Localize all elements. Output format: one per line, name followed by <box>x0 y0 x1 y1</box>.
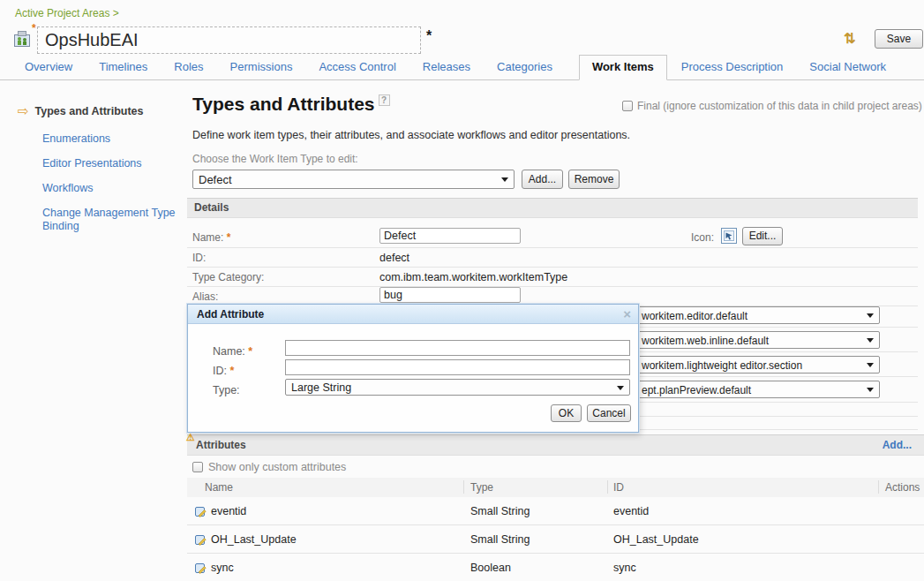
column-header-name: Name <box>205 481 233 494</box>
tab-releases[interactable]: Releases <box>423 60 470 79</box>
refresh-icon[interactable]: ⇅ <box>844 30 855 47</box>
work-item-type-icon <box>721 228 737 244</box>
id-value: defect <box>379 252 409 264</box>
icon-label: Icon: <box>691 231 714 244</box>
unsaved-changes-marker: * <box>426 28 432 44</box>
type-chooser-label: Choose the Work Item Type to edit: <box>192 153 358 165</box>
tab-timelines[interactable]: Timelines <box>99 60 147 79</box>
help-icon[interactable]: ? <box>379 94 390 106</box>
attribute-id-input[interactable] <box>285 359 630 375</box>
work-item-type-select[interactable]: Defect <box>192 170 515 189</box>
attribute-icon <box>195 505 207 521</box>
required-marker: * <box>32 22 36 34</box>
final-option: Final (ignore customization of this data… <box>622 100 922 112</box>
chevron-down-icon <box>867 313 874 318</box>
tab-overview[interactable]: Overview <box>25 60 72 79</box>
final-label: Final (ignore customization of this data… <box>637 100 922 112</box>
breadcrumb[interactable]: Active Project Areas > <box>15 7 119 19</box>
tab-roles[interactable]: Roles <box>174 60 203 79</box>
attribute-icon <box>195 533 207 549</box>
row-divider <box>187 247 918 248</box>
project-area-icon <box>12 29 32 49</box>
column-header-actions: Actions <box>885 481 920 494</box>
current-section-arrow-icon: ⇨ <box>18 105 29 117</box>
alias-input[interactable] <box>379 287 521 303</box>
chevron-down-icon <box>867 363 874 367</box>
final-checkbox[interactable] <box>622 101 633 111</box>
alias-label: Alias: <box>192 290 218 305</box>
page-title: Types and Attributes? <box>192 94 390 115</box>
details-section-header: Details <box>187 198 918 218</box>
attributes-table-header: Name Type ID Actions <box>187 478 924 497</box>
add-attribute-dialog: Add Attribute × Name: * ID: * Type: Larg… <box>187 304 639 433</box>
chevron-down-icon <box>501 177 508 182</box>
tab-permissions[interactable]: Permissions <box>230 60 293 79</box>
sidebar-item-workflows[interactable]: Workflows <box>42 182 177 195</box>
id-label: ID: <box>192 252 206 264</box>
tab-categories[interactable]: Categories <box>497 60 552 79</box>
dialog-type-label: Type: <box>213 384 240 396</box>
sidebar-active-label: Types and Attributes <box>35 105 144 117</box>
chevron-down-icon <box>867 338 874 343</box>
attribute-icon <box>195 562 207 577</box>
type-name-input[interactable] <box>379 228 521 244</box>
tab-process-description[interactable]: Process Description <box>681 60 784 79</box>
column-header-id: ID <box>613 481 624 494</box>
table-row[interactable]: OH_Last_Update Small String OH_Last_Upda… <box>187 525 924 554</box>
column-divider <box>878 480 879 494</box>
sidebar-item-enumerations[interactable]: Enumerations <box>42 132 177 146</box>
column-divider <box>463 480 464 494</box>
show-custom-attributes-checkbox[interactable] <box>192 462 203 472</box>
cancel-button[interactable]: Cancel <box>587 404 631 422</box>
sidebar-item-change-management-type-binding[interactable]: Change Management Type Binding <box>42 207 177 233</box>
save-button[interactable]: Save <box>875 29 923 49</box>
column-header-type: Type <box>470 481 493 494</box>
sidebar-item-types-and-attributes[interactable]: ⇨ Types and Attributes <box>18 105 144 117</box>
table-row[interactable]: eventid Small String eventid <box>187 497 924 525</box>
sidebar-item-editor-presentations[interactable]: Editor Presentations <box>42 157 177 170</box>
project-name-input[interactable] <box>37 26 421 54</box>
attribute-type-select[interactable]: Large String <box>285 379 630 396</box>
dialog-name-label: Name: * <box>213 345 252 358</box>
close-icon[interactable]: × <box>623 305 631 324</box>
chevron-down-icon <box>867 388 874 392</box>
tab-bar: Overview Timelines Roles Permissions Acc… <box>0 58 924 80</box>
filter-label: Show only custom attributes <box>208 461 346 473</box>
custom-attributes-filter: Show only custom attributes <box>192 461 346 473</box>
section-description: Define work item types, their attributes… <box>192 129 630 141</box>
tab-access-control[interactable]: Access Control <box>319 60 395 79</box>
project-area-editor: Active Project Areas > * * ⇅ Save Overvi… <box>0 0 924 581</box>
add-attribute-link[interactable]: Add... <box>883 435 912 455</box>
tab-social-network[interactable]: Social Network <box>809 60 886 79</box>
type-category-value: com.ibm.team.workitem.workItemType <box>379 271 567 283</box>
ok-button[interactable]: OK <box>551 404 582 422</box>
chevron-down-icon <box>617 386 624 390</box>
attributes-section-header: ⚠ Attributes Add... <box>187 434 924 456</box>
sidebar-nav: Enumerations Editor Presentations Workfl… <box>42 132 177 245</box>
column-divider <box>607 480 608 494</box>
tab-work-items[interactable]: Work Items <box>579 55 667 80</box>
row-divider <box>187 286 918 287</box>
table-row[interactable]: sync Boolean sync <box>187 554 924 581</box>
dialog-title-bar: Add Attribute × <box>188 305 638 324</box>
dialog-id-label: ID: * <box>213 365 234 377</box>
add-type-button[interactable]: Add... <box>522 170 563 189</box>
edit-icon-button[interactable]: Edit... <box>742 227 783 245</box>
remove-type-button[interactable]: Remove <box>568 170 620 189</box>
name-label: Name: * <box>192 231 230 244</box>
type-category-label: Type Category: <box>192 271 264 283</box>
attribute-name-input[interactable] <box>285 340 630 356</box>
row-divider <box>187 267 918 268</box>
